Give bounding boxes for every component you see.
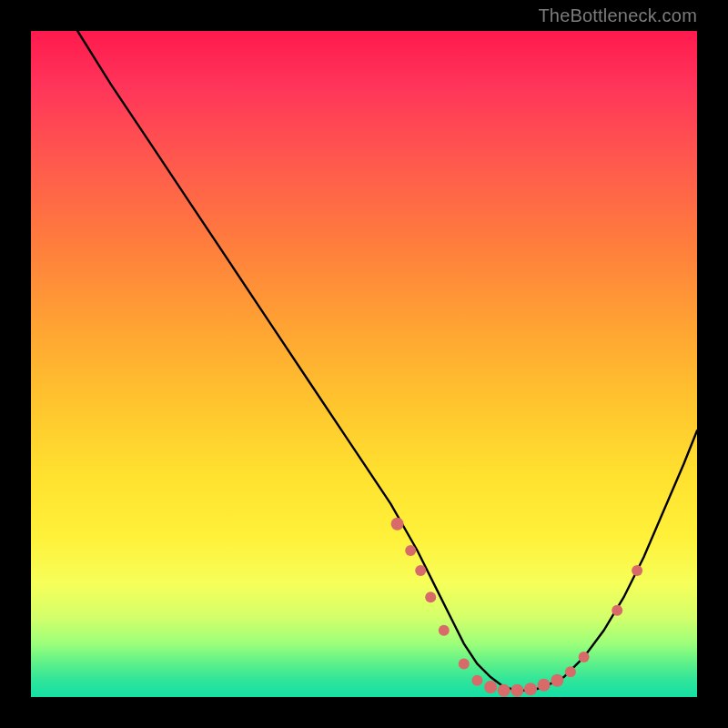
curve-svg	[31, 31, 697, 697]
highlight-dot	[425, 592, 436, 602]
highlight-dot	[579, 652, 590, 662]
highlight-dot	[538, 679, 551, 692]
highlight-dot	[524, 682, 537, 695]
highlight-dot	[498, 684, 511, 697]
plot-area	[31, 31, 697, 697]
highlight-dot	[632, 565, 642, 576]
highlight-dot	[439, 625, 450, 636]
highlight-dot	[551, 674, 563, 687]
highlight-dots-group	[391, 518, 642, 697]
highlight-dot	[415, 565, 426, 576]
highlight-dot	[459, 658, 470, 669]
highlight-dot	[565, 666, 576, 677]
highlight-dot	[484, 681, 497, 693]
bottleneck-curve	[77, 31, 697, 691]
watermark-text: TheBottleneck.com	[538, 5, 697, 26]
highlight-dot	[511, 684, 523, 697]
highlight-dot	[471, 675, 482, 686]
highlight-dot	[612, 605, 622, 616]
highlight-dot	[391, 518, 404, 531]
highlight-dot	[405, 545, 416, 556]
chart-frame: TheBottleneck.com	[0, 0, 728, 728]
